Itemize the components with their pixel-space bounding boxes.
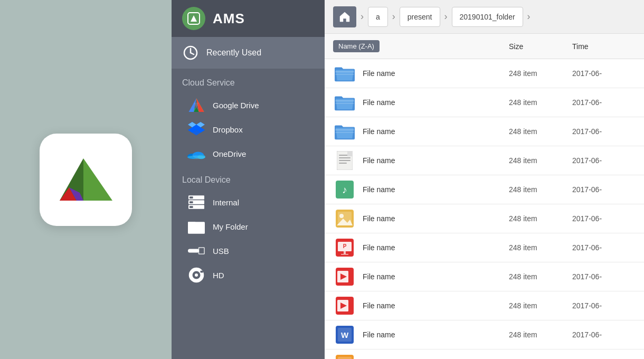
file-name-cell: File name	[363, 301, 509, 310]
sidebar-item-usb[interactable]: USB	[172, 239, 325, 263]
breadcrumb-item-a[interactable]: a	[368, 7, 388, 27]
table-row[interactable]: ♪ File name 248 item 2017-06-	[325, 175, 644, 204]
file-time-cell: 2017-06-	[572, 156, 636, 165]
hd-icon	[187, 266, 205, 284]
clock-icon	[182, 44, 199, 61]
breadcrumb-item-present[interactable]: present	[400, 7, 440, 27]
file-size-cell: 248 item	[509, 98, 572, 107]
file-rows-container: File name 248 item 2017-06- File name 24…	[325, 59, 644, 359]
chevron-after-present-icon: ›	[442, 11, 450, 22]
column-time[interactable]: Time	[572, 42, 636, 51]
name-sort-badge[interactable]: Name (Z-A)	[333, 40, 380, 52]
svg-rect-65	[344, 251, 346, 254]
chevron-after-a-icon: ›	[390, 11, 397, 22]
sidebar-logo-icon	[182, 7, 205, 30]
my-folder-icon	[187, 218, 205, 235]
file-time-cell: 2017-06-	[572, 185, 636, 194]
file-name-cell: File name	[363, 243, 509, 252]
time-header-label: Time	[572, 42, 589, 51]
column-name[interactable]: Name (Z-A)	[333, 40, 509, 52]
breadcrumb-home-button[interactable]	[333, 6, 356, 27]
sidebar-item-my-folder[interactable]: My Folder	[172, 214, 325, 239]
table-row[interactable]: W File name 248 item 2017-06-	[325, 320, 644, 349]
table-row[interactable]: File name 248 item 2017-06-	[325, 349, 644, 359]
table-row[interactable]: File name 248 item 2017-06-	[325, 117, 644, 146]
svg-rect-53	[339, 160, 351, 161]
file-list-header: Name (Z-A) Size Time	[325, 34, 644, 59]
breadcrumb-item-folder[interactable]: 20190101_folder	[452, 7, 523, 27]
file-name-cell: File name	[363, 330, 509, 339]
svg-rect-39	[201, 271, 203, 273]
file-size-cell: 248 item	[509, 214, 572, 223]
svg-point-60	[339, 214, 344, 218]
svg-rect-47	[335, 129, 354, 130]
column-size[interactable]: Size	[509, 42, 572, 51]
file-time-cell: 2017-06-	[572, 98, 636, 107]
table-row[interactable]: File name 248 item 2017-06-	[325, 204, 644, 233]
svg-rect-30	[190, 206, 193, 208]
svg-text:♪: ♪	[342, 184, 347, 195]
table-row[interactable]: File name 248 item 2017-06-	[325, 146, 644, 175]
file-type-icon	[333, 209, 356, 229]
file-size-cell: 248 item	[509, 330, 572, 339]
svg-rect-42	[335, 74, 354, 74]
file-size-cell: 248 item	[509, 272, 572, 281]
file-name-cell: File name	[363, 272, 509, 281]
file-time-cell: 2017-06-	[572, 330, 636, 339]
svg-rect-45	[335, 103, 354, 103]
file-type-icon	[333, 150, 356, 171]
svg-rect-29	[190, 201, 193, 203]
file-name-cell: File name	[363, 214, 509, 223]
svg-rect-66	[341, 254, 348, 255]
file-time-cell: 2017-06-	[572, 214, 636, 223]
svg-point-24	[187, 155, 205, 159]
cloud-service-header: Cloud Service	[172, 69, 325, 93]
file-time-cell: 2017-06-	[572, 69, 636, 78]
table-row[interactable]: P File name 248 item 2017-06-	[325, 233, 644, 262]
dropbox-label: Dropbox	[213, 125, 243, 134]
sidebar-header: AMS	[172, 0, 325, 37]
file-name-cell: File name	[363, 69, 509, 78]
file-size-cell: 248 item	[509, 185, 572, 194]
svg-rect-48	[335, 132, 354, 133]
file-list: Name (Z-A) Size Time File name 248 item …	[325, 34, 644, 359]
file-type-icon	[333, 354, 356, 359]
svg-rect-55	[347, 151, 353, 156]
svg-marker-0	[83, 158, 112, 201]
internal-label: Internal	[213, 198, 239, 207]
usb-icon	[187, 242, 205, 260]
table-row[interactable]: File name 248 item 2017-06-	[325, 291, 644, 320]
svg-point-38	[195, 273, 198, 277]
file-time-cell: 2017-06-	[572, 301, 636, 310]
hd-label: HD	[213, 271, 224, 280]
table-row[interactable]: File name 248 item 2017-06-	[325, 262, 644, 291]
breadcrumb-bar: › a › present › 20190101_folder ›	[325, 0, 644, 34]
table-row[interactable]: File name 248 item 2017-06-	[325, 59, 644, 88]
file-size-cell: 248 item	[509, 156, 572, 165]
recently-used-item[interactable]: Recently Used	[172, 37, 325, 69]
sidebar-item-internal[interactable]: Internal	[172, 190, 325, 214]
file-type-icon: W	[333, 325, 356, 345]
file-time-cell: 2017-06-	[572, 243, 636, 252]
svg-rect-35	[199, 248, 204, 254]
recently-used-label: Recently Used	[206, 48, 261, 58]
sidebar-item-dropbox[interactable]: Dropbox	[172, 117, 325, 141]
file-size-cell: 248 item	[509, 127, 572, 136]
sidebar-logo-small	[186, 11, 201, 26]
file-type-icon	[333, 92, 356, 112]
sidebar-item-onedrive[interactable]: OneDrive	[172, 141, 325, 166]
svg-text:P: P	[343, 243, 347, 249]
main-content: › a › present › 20190101_folder › Name (…	[325, 0, 644, 359]
table-row[interactable]: File name 248 item 2017-06-	[325, 88, 644, 117]
sidebar-item-hd[interactable]: HD	[172, 263, 325, 287]
sidebar-item-google-drive[interactable]: Google Drive	[172, 93, 325, 117]
file-size-cell: 248 item	[509, 69, 572, 78]
svg-rect-28	[190, 196, 193, 199]
local-device-header: Local Device	[172, 166, 325, 190]
file-type-icon	[333, 121, 356, 141]
file-type-icon: ♪	[333, 180, 356, 200]
google-drive-label: Google Drive	[213, 101, 259, 110]
file-type-icon	[333, 63, 356, 83]
file-type-icon	[333, 267, 356, 287]
svg-rect-79	[338, 357, 352, 359]
